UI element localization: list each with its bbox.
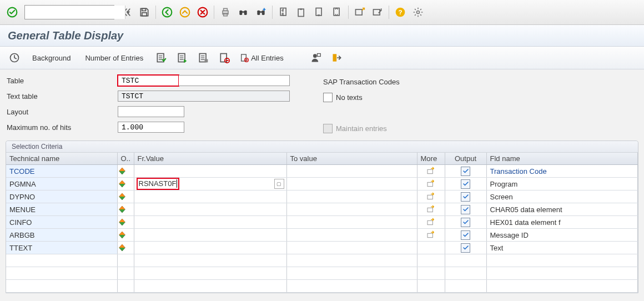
prev-page-button[interactable] xyxy=(294,4,309,20)
to-value-input[interactable] xyxy=(290,165,414,177)
tech-name-cell[interactable]: TTEXT xyxy=(6,242,117,254)
field-name-cell[interactable]: CHAR05 data element xyxy=(486,203,638,216)
field-name-cell[interactable]: Screen xyxy=(486,190,638,203)
from-value-cell[interactable] xyxy=(134,190,286,203)
from-value-cell[interactable] xyxy=(134,242,286,254)
output-cell[interactable] xyxy=(445,178,486,190)
field-name-cell[interactable]: Program xyxy=(486,178,638,190)
to-value-input[interactable] xyxy=(290,242,414,254)
delete-sel-button[interactable] xyxy=(217,50,232,66)
to-value-cell[interactable] xyxy=(286,165,417,178)
user-settings-button[interactable] xyxy=(308,50,324,66)
no-texts-checkbox[interactable] xyxy=(323,93,333,102)
output-cell[interactable] xyxy=(445,203,486,216)
max-hits-input[interactable] xyxy=(118,122,184,133)
print-button[interactable] xyxy=(218,4,233,20)
output-checkbox[interactable] xyxy=(445,165,486,177)
tech-name-cell[interactable]: MENUE xyxy=(6,203,117,216)
save-button[interactable] xyxy=(137,4,152,20)
to-value-input[interactable] xyxy=(290,216,414,228)
operator-cell[interactable] xyxy=(117,216,134,229)
from-value-input[interactable] xyxy=(137,190,284,203)
tech-name-cell[interactable]: DYPNO xyxy=(6,190,117,203)
output-checkbox[interactable] xyxy=(445,216,486,228)
operator-cell[interactable] xyxy=(117,165,134,178)
tech-name-cell[interactable]: TCODE xyxy=(6,165,117,178)
tcode-field[interactable] xyxy=(25,6,125,19)
operator-cell[interactable] xyxy=(117,203,134,216)
customize-button[interactable] xyxy=(410,4,426,20)
from-value-cell[interactable] xyxy=(134,203,286,216)
output-cell[interactable] xyxy=(445,165,486,178)
col-operator[interactable]: O.. xyxy=(117,152,134,165)
delete-all-button[interactable]: All Entries xyxy=(238,50,286,66)
operator-cell[interactable] xyxy=(117,178,134,190)
to-value-cell[interactable] xyxy=(286,216,417,229)
select-all-button[interactable] xyxy=(153,50,169,66)
find-button[interactable] xyxy=(235,4,251,20)
shortcut-button[interactable] xyxy=(370,4,385,20)
tech-name-cell[interactable]: CINFO xyxy=(6,216,117,229)
output-checkbox[interactable] xyxy=(445,203,486,215)
tcode-input[interactable]: ▼ xyxy=(24,5,114,19)
from-value-input[interactable] xyxy=(137,203,284,215)
field-name-cell[interactable]: Transaction Code xyxy=(486,165,638,178)
operator-cell[interactable] xyxy=(117,242,134,254)
next-page-button[interactable] xyxy=(311,4,327,20)
operator-cell[interactable] xyxy=(117,190,134,203)
to-value-input[interactable] xyxy=(290,229,414,241)
table-input[interactable] xyxy=(118,75,179,86)
more-cell[interactable] xyxy=(417,165,445,178)
background-button[interactable]: Background xyxy=(28,52,75,64)
output-checkbox[interactable] xyxy=(445,242,486,254)
tcode-dropdown-icon[interactable]: ▼ xyxy=(125,6,131,19)
to-value-cell[interactable] xyxy=(286,178,417,190)
output-checkbox[interactable] xyxy=(445,190,486,203)
output-cell[interactable] xyxy=(445,229,486,242)
table-input-ext[interactable] xyxy=(179,75,290,86)
layout-input[interactable] xyxy=(118,106,184,117)
output-cell[interactable] xyxy=(445,216,486,229)
from-value-input[interactable] xyxy=(137,165,284,177)
output-cell[interactable] xyxy=(445,242,486,254)
more-cell[interactable] xyxy=(417,229,445,242)
field-name-cell[interactable]: HEX01 data element f xyxy=(486,216,638,229)
to-value-cell[interactable] xyxy=(286,229,417,242)
from-value-cell[interactable] xyxy=(134,165,286,178)
output-checkbox[interactable] xyxy=(445,229,486,241)
from-value-input[interactable] xyxy=(137,229,284,241)
exit-button[interactable] xyxy=(177,4,193,20)
to-value-input[interactable] xyxy=(290,178,414,190)
output-checkbox[interactable] xyxy=(445,178,486,190)
new-session-button[interactable] xyxy=(352,4,368,20)
execute-button[interactable] xyxy=(7,50,22,66)
col-more[interactable]: More xyxy=(417,152,445,165)
from-value-cell[interactable]: RSNAST0F ▢ xyxy=(134,178,286,190)
to-value-cell[interactable] xyxy=(286,242,417,254)
from-value-cell[interactable] xyxy=(134,229,286,242)
tech-name-cell[interactable]: ARBGB xyxy=(6,229,117,242)
first-page-button[interactable] xyxy=(276,4,291,20)
exit-action-button[interactable] xyxy=(329,50,345,66)
help-button[interactable]: ? xyxy=(393,4,408,20)
col-output[interactable]: Output xyxy=(445,152,486,165)
to-value-cell[interactable] xyxy=(286,190,417,203)
col-technical-name[interactable]: Technical name xyxy=(6,152,117,165)
tech-name-cell[interactable]: PGMNA xyxy=(6,178,117,190)
field-name-cell[interactable]: Text xyxy=(486,242,638,254)
more-cell[interactable] xyxy=(417,178,445,190)
col-to-value[interactable]: To value xyxy=(286,152,417,165)
from-value-input[interactable] xyxy=(137,242,284,254)
to-value-input[interactable] xyxy=(290,190,414,203)
from-value-input[interactable]: RSNAST0F xyxy=(137,178,180,190)
back-button[interactable] xyxy=(159,4,175,20)
to-value-input[interactable] xyxy=(290,203,414,215)
output-cell[interactable] xyxy=(445,190,486,203)
more-cell[interactable] xyxy=(417,203,445,216)
cancel-button[interactable] xyxy=(195,4,210,20)
find-next-button[interactable] xyxy=(253,4,269,20)
enter-button[interactable] xyxy=(4,4,20,20)
deselect-all-button[interactable] xyxy=(195,50,211,66)
select-all-alt-button[interactable] xyxy=(174,50,190,66)
last-page-button[interactable] xyxy=(329,4,345,20)
